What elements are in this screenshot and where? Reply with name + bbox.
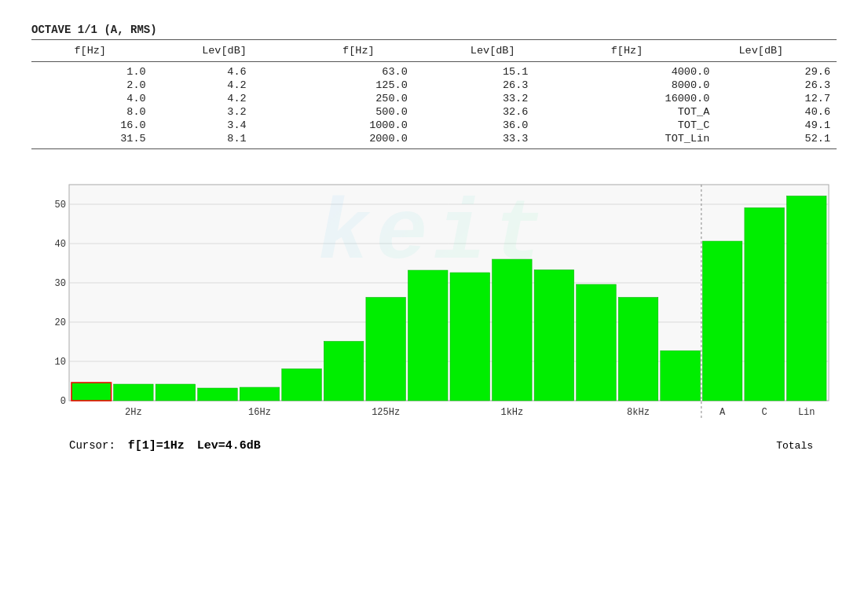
table-cell: 8.1 bbox=[152, 132, 253, 145]
table-cell: TOT_C bbox=[534, 119, 716, 132]
table-cell: 36.0 bbox=[414, 119, 535, 132]
table-cell: 15.1 bbox=[414, 65, 535, 79]
table-cell: 250.0 bbox=[253, 92, 414, 105]
table-cell: 8.0 bbox=[31, 105, 152, 119]
table-cell: 12.7 bbox=[716, 92, 837, 105]
table-cell: 2000.0 bbox=[253, 132, 414, 145]
table-title: OCTAVE 1/1 (A, RMS) bbox=[31, 24, 837, 36]
col2-freq-header: f[Hz] bbox=[300, 43, 417, 58]
col1-lev-header: Lev[dB] bbox=[148, 43, 299, 58]
cursor-label: Cursor: bbox=[69, 439, 115, 452]
top-divider bbox=[31, 39, 837, 40]
table-cell: 31.5 bbox=[31, 132, 152, 145]
bottom-divider bbox=[31, 148, 837, 149]
table-cell: 16.0 bbox=[31, 119, 152, 132]
totals-label: Totals bbox=[776, 440, 813, 452]
table-cell: 1000.0 bbox=[253, 119, 414, 132]
chart-section: dB OCTAVE 1/1 (A, RMS) Cursor: f[1]=1Hz … bbox=[31, 157, 837, 453]
table-row: 1.04.663.015.14000.029.6 bbox=[31, 65, 837, 79]
cursor-freq: f[1]=1Hz bbox=[128, 439, 185, 453]
table-cell: 52.1 bbox=[716, 132, 837, 145]
table-cell: 500.0 bbox=[253, 105, 414, 119]
table-cell: 33.3 bbox=[414, 132, 535, 145]
header-divider bbox=[31, 61, 837, 62]
table-row: 16.03.41000.036.0TOT_C49.1 bbox=[31, 119, 837, 132]
table-cell: 63.0 bbox=[253, 65, 414, 79]
table-cell: 2.0 bbox=[31, 79, 152, 92]
table-cell: 4.6 bbox=[152, 65, 253, 79]
table-cell: 4000.0 bbox=[534, 65, 716, 79]
table-section: OCTAVE 1/1 (A, RMS) f[Hz] Lev[dB] f[Hz] … bbox=[31, 24, 837, 149]
table-cell: 3.2 bbox=[152, 105, 253, 119]
col1-freq-header: f[Hz] bbox=[31, 43, 148, 58]
table-cell: 125.0 bbox=[253, 79, 414, 92]
col2-lev-header: Lev[dB] bbox=[417, 43, 568, 58]
data-values-table: 1.04.663.015.14000.029.62.04.2125.026.38… bbox=[31, 65, 837, 145]
data-table: f[Hz] Lev[dB] f[Hz] Lev[dB] f[Hz] Lev[dB… bbox=[31, 43, 837, 58]
bar-chart bbox=[31, 157, 837, 436]
table-cell: 8000.0 bbox=[534, 79, 716, 92]
table-cell: 16000.0 bbox=[534, 92, 716, 105]
table-row: 4.04.2250.033.216000.012.7 bbox=[31, 92, 837, 105]
table-cell: 40.6 bbox=[716, 105, 837, 119]
table-cell: 32.6 bbox=[414, 105, 535, 119]
table-cell: 1.0 bbox=[31, 65, 152, 79]
table-cell: 26.3 bbox=[414, 79, 535, 92]
table-row: 31.58.12000.033.3TOT_Lin52.1 bbox=[31, 132, 837, 145]
table-cell: 29.6 bbox=[716, 65, 837, 79]
table-cell: 26.3 bbox=[716, 79, 837, 92]
table-cell: 3.4 bbox=[152, 119, 253, 132]
table-cell: TOT_A bbox=[534, 105, 716, 119]
table-row: 2.04.2125.026.38000.026.3 bbox=[31, 79, 837, 92]
col3-lev-header: Lev[dB] bbox=[686, 43, 837, 58]
table-header-row: f[Hz] Lev[dB] f[Hz] Lev[dB] f[Hz] Lev[dB… bbox=[31, 43, 837, 58]
table-cell: TOT_Lin bbox=[534, 132, 716, 145]
table-row: 8.03.2500.032.6TOT_A40.6 bbox=[31, 105, 837, 119]
table-cell: 4.2 bbox=[152, 92, 253, 105]
table-cell: 33.2 bbox=[414, 92, 535, 105]
table-cell: 49.1 bbox=[716, 119, 837, 132]
col3-freq-header: f[Hz] bbox=[568, 43, 685, 58]
table-cell: 4.0 bbox=[31, 92, 152, 105]
cursor-lev: Lev=4.6dB bbox=[197, 439, 261, 453]
main-container: keit OCTAVE 1/1 (A, RMS) f[Hz] Lev[dB] f… bbox=[0, 0, 868, 468]
table-cell: 4.2 bbox=[152, 79, 253, 92]
